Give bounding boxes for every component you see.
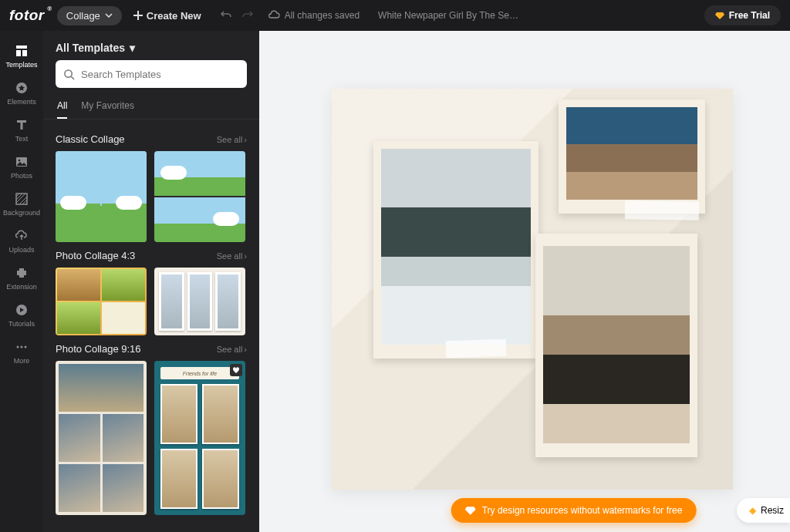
template-thumb[interactable] xyxy=(154,268,245,335)
create-new-button[interactable]: Create New xyxy=(133,10,201,22)
templates-panel: All Templates ▾ All My Favorites Classic… xyxy=(43,31,259,532)
tab-all[interactable]: All xyxy=(57,96,67,119)
see-all-43[interactable]: See all› xyxy=(217,251,247,261)
redo-button[interactable] xyxy=(240,8,255,23)
diamond-icon xyxy=(465,505,476,516)
uploads-icon xyxy=(14,228,29,244)
see-all-classic[interactable]: See all› xyxy=(217,135,247,144)
project-name[interactable]: White Newpaper Girl By The Se… xyxy=(378,10,518,21)
logo: fotor xyxy=(9,7,45,24)
search-icon xyxy=(63,69,75,80)
favorite-button[interactable] xyxy=(230,364,242,376)
group-title-classic: Classic Collage xyxy=(56,133,125,145)
diamond-icon: ◆ xyxy=(749,505,756,516)
chevron-down-icon xyxy=(105,12,113,19)
resize-button[interactable]: ◆ Resiz xyxy=(737,498,790,523)
plus-icon xyxy=(133,10,143,21)
search-input[interactable] xyxy=(81,69,239,80)
extension-icon xyxy=(14,265,29,281)
undo-button[interactable] xyxy=(218,8,234,23)
more-icon xyxy=(14,339,29,355)
svg-point-6 xyxy=(25,345,27,348)
chevron-right-icon: › xyxy=(244,345,247,354)
svg-point-2 xyxy=(19,159,21,161)
tape-decoration xyxy=(625,200,699,221)
collage-frame[interactable] xyxy=(559,99,705,214)
template-thumb[interactable]: Friends for life xyxy=(154,361,245,515)
free-trial-button[interactable]: Free Trial xyxy=(704,5,781,25)
collage-frame[interactable] xyxy=(535,234,697,457)
heart-icon xyxy=(232,366,240,374)
rail-photos[interactable]: Photos xyxy=(0,148,43,185)
template-thumb[interactable] xyxy=(56,268,147,335)
redo-icon xyxy=(241,9,254,22)
tab-favorites[interactable]: My Favorites xyxy=(81,96,134,119)
save-status: All changes saved xyxy=(268,9,360,22)
caret-down-icon: ▾ xyxy=(130,42,135,54)
chevron-right-icon: › xyxy=(244,251,247,261)
rail-elements[interactable]: Elements xyxy=(0,74,43,111)
left-rail: Templates Elements Text Photos Backgroun… xyxy=(0,31,43,532)
rail-background[interactable]: Background xyxy=(0,185,43,222)
panel-tabs: All My Favorites xyxy=(43,96,259,120)
group-title-916: Photo Collage 9:16 xyxy=(56,343,141,355)
create-label: Create New xyxy=(147,10,201,22)
rail-more[interactable]: More xyxy=(0,333,43,370)
photos-icon xyxy=(14,154,29,170)
elements-icon xyxy=(14,80,29,96)
search-templates-field[interactable] xyxy=(56,60,247,88)
collage-frame[interactable] xyxy=(373,141,538,359)
template-thumb[interactable] xyxy=(56,361,147,515)
tutorials-icon xyxy=(14,302,29,318)
template-thumb[interactable] xyxy=(154,151,245,242)
templates-category-dropdown[interactable]: All Templates ▾ xyxy=(43,31,259,60)
diamond-icon xyxy=(715,11,724,20)
tape-decoration xyxy=(446,339,507,359)
cloud-check-icon xyxy=(268,9,280,22)
svg-point-4 xyxy=(17,345,19,348)
rail-tutorials[interactable]: Tutorials xyxy=(0,296,43,333)
rail-uploads[interactable]: Uploads xyxy=(0,222,43,259)
see-all-916[interactable]: See all› xyxy=(217,345,247,354)
background-icon xyxy=(14,191,29,207)
mode-label: Collage xyxy=(66,10,100,22)
rail-extension[interactable]: Extension xyxy=(0,259,43,296)
artboard[interactable] xyxy=(332,89,733,490)
undo-icon xyxy=(220,9,232,22)
template-thumb[interactable] xyxy=(56,151,147,242)
rail-templates[interactable]: Templates xyxy=(0,37,43,74)
svg-point-5 xyxy=(21,345,23,348)
svg-point-7 xyxy=(65,69,72,76)
chevron-right-icon: › xyxy=(244,135,247,144)
rail-text[interactable]: Text xyxy=(0,111,43,148)
templates-icon xyxy=(14,43,29,59)
group-title-43: Photo Collage 4:3 xyxy=(56,250,135,261)
canvas-area[interactable]: Try design resources without watermarks … xyxy=(259,31,790,532)
text-icon xyxy=(14,117,29,133)
mode-selector[interactable]: Collage xyxy=(57,6,122,25)
promo-banner[interactable]: Try design resources without watermarks … xyxy=(451,498,697,523)
thumb-caption: Friends for life xyxy=(160,367,239,379)
app-header: fotor Collage Create New All changes sav… xyxy=(0,0,790,31)
